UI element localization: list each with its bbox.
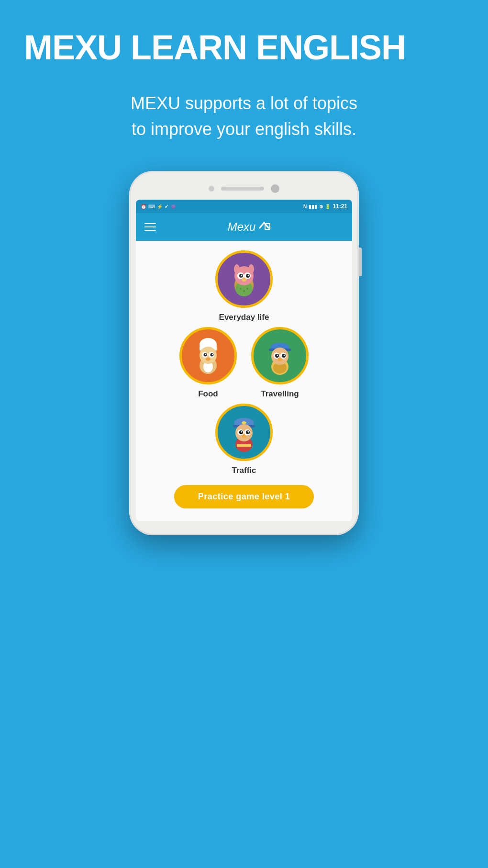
practice-button[interactable]: Practice game level 1 (174, 485, 314, 508)
status-icons-right: N ▮▮▮ ⊛ 🔋 11:21 (303, 203, 347, 210)
app-title-text: Mexu (228, 220, 256, 234)
topic-row-middle: Food (141, 327, 347, 399)
phone-side-button (359, 248, 362, 276)
svg-point-12 (240, 288, 242, 290)
hero-title: MEXU LEARN ENGLISH (0, 0, 488, 76)
app-bar: Mexu (136, 213, 352, 241)
svg-point-53 (248, 431, 249, 433)
topic-label-everyday: Everyday life (219, 313, 269, 322)
svg-point-4 (248, 264, 254, 274)
topic-label-food: Food (198, 389, 218, 399)
app-title: Mexu (228, 220, 272, 234)
topic-circle-everyday (215, 250, 273, 308)
topic-travelling[interactable]: Travelling (251, 327, 309, 399)
alarm-icon: ⏰ (141, 204, 146, 209)
nfc-icon: N (303, 204, 307, 209)
svg-point-10 (248, 275, 249, 276)
app-logo-icon (258, 220, 272, 234)
topic-everyday-life[interactable]: Everyday life (215, 250, 273, 322)
screen-content: Everyday life (136, 241, 352, 521)
svg-point-52 (241, 431, 243, 433)
svg-point-22 (204, 353, 207, 357)
signal-icon: ▮▮▮ (309, 204, 317, 209)
topic-row-top: Everyday life (141, 250, 347, 322)
svg-point-14 (246, 288, 248, 290)
check-icon: ✔ (165, 204, 168, 209)
topic-row-bottom: Traffic (141, 404, 347, 475)
svg-point-43 (242, 421, 246, 424)
menu-button[interactable] (144, 223, 156, 231)
status-time: 11:21 (333, 203, 347, 210)
phone-mockup: ⏰ ⌨ ⚡ ✔ 👾 N ▮▮▮ ⊛ 🔋 11:21 (0, 171, 488, 535)
phone-notch (136, 180, 352, 200)
svg-point-24 (205, 354, 206, 355)
svg-point-13 (243, 290, 245, 292)
topic-label-traffic: Traffic (232, 466, 256, 475)
svg-point-38 (284, 355, 285, 356)
topic-traffic[interactable]: Traffic (215, 404, 273, 475)
hero-subtitle: MEXU supports a lot of topics to improve… (0, 76, 488, 161)
usb-icon: ⚡ (157, 204, 163, 209)
topic-food[interactable]: Food (179, 327, 237, 399)
svg-point-23 (211, 353, 214, 357)
phone-camera (271, 184, 279, 193)
keyboard-icon: ⌨ (148, 204, 155, 209)
wifi-icon: ⊛ (319, 204, 323, 209)
svg-point-39 (277, 358, 282, 361)
topic-circle-traffic (215, 404, 273, 461)
phone-dot-left (209, 186, 214, 192)
app-icon: 👾 (170, 204, 176, 209)
svg-point-11 (242, 278, 246, 282)
svg-point-54 (242, 435, 246, 438)
topic-circle-travelling (251, 327, 309, 384)
phone-speaker (221, 187, 264, 191)
topic-circle-food (179, 327, 237, 384)
svg-point-25 (212, 354, 213, 355)
svg-point-37 (277, 355, 278, 356)
phone-body: ⏰ ⌨ ⚡ ✔ 👾 N ▮▮▮ ⊛ 🔋 11:21 (129, 171, 359, 535)
svg-point-26 (206, 358, 211, 361)
topic-label-travelling: Travelling (261, 389, 299, 399)
status-bar: ⏰ ⌨ ⚡ ✔ 👾 N ▮▮▮ ⊛ 🔋 11:21 (136, 200, 352, 213)
battery-icon: 🔋 (325, 204, 331, 209)
svg-point-9 (241, 275, 243, 276)
phone-screen: ⏰ ⌨ ⚡ ✔ 👾 N ▮▮▮ ⊛ 🔋 11:21 (136, 200, 352, 521)
status-icons-left: ⏰ ⌨ ⚡ ✔ 👾 (141, 204, 176, 209)
svg-rect-46 (237, 444, 251, 447)
svg-point-3 (234, 264, 240, 274)
